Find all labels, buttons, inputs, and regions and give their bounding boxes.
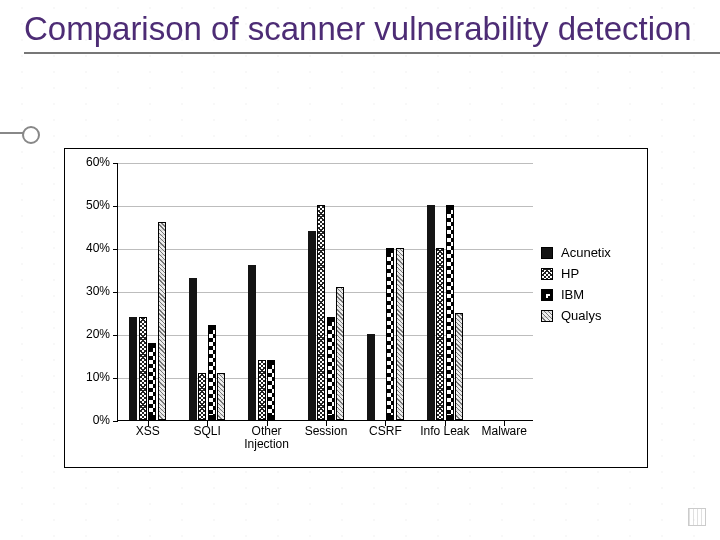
y-axis-label: 60%: [70, 155, 110, 169]
bar-acunetix: [248, 265, 256, 420]
y-tick: [113, 421, 118, 422]
y-tick: [113, 292, 118, 293]
x-axis-label: Info Leak: [420, 425, 469, 438]
bar-qualys: [158, 222, 166, 420]
x-axis-label: Other Injection: [244, 425, 289, 451]
page-title: Comparison of scanner vulnerability dete…: [24, 10, 720, 48]
y-tick: [113, 206, 118, 207]
bar-qualys: [455, 313, 463, 421]
bar-acunetix: [308, 231, 316, 420]
square-icon: [541, 268, 553, 280]
legend-label: IBM: [561, 287, 584, 302]
bar-ibm: [267, 360, 275, 420]
ornament-icon: [0, 123, 30, 143]
bar-acunetix: [189, 278, 197, 420]
footer-ornament-icon: [688, 508, 706, 526]
gridline: [118, 206, 533, 207]
y-axis-label: 50%: [70, 198, 110, 212]
gridline: [118, 249, 533, 250]
x-axis-label: SQLI: [193, 425, 220, 438]
bar-hp: [198, 373, 206, 420]
bar-ibm: [386, 248, 394, 420]
y-tick: [113, 335, 118, 336]
bar-hp: [258, 360, 266, 420]
legend-item-qualys: Qualys: [541, 308, 641, 323]
legend-label: HP: [561, 266, 579, 281]
bar-hp: [139, 317, 147, 420]
square-icon: [541, 310, 553, 322]
y-axis-label: 0%: [70, 413, 110, 427]
x-axis-label: CSRF: [369, 425, 402, 438]
bar-ibm: [148, 343, 156, 420]
gridline: [118, 378, 533, 379]
y-tick: [113, 378, 118, 379]
bar-hp: [436, 248, 444, 420]
legend-label: Acunetix: [561, 245, 611, 260]
chart-container: 0%10%20%30%40%50%60%XSSSQLIOther Injecti…: [64, 148, 648, 468]
square-icon: [541, 289, 553, 301]
bar-ibm: [446, 205, 454, 420]
legend: Acunetix HP IBM Qualys: [541, 239, 641, 329]
bar-qualys: [396, 248, 404, 420]
y-tick: [113, 163, 118, 164]
legend-item-acunetix: Acunetix: [541, 245, 641, 260]
bar-hp: [317, 205, 325, 420]
square-icon: [541, 247, 553, 259]
x-axis-label: XSS: [136, 425, 160, 438]
x-axis-label: Malware: [482, 425, 527, 438]
plot-area: 0%10%20%30%40%50%60%XSSSQLIOther Injecti…: [117, 163, 533, 421]
y-axis-label: 30%: [70, 284, 110, 298]
x-axis-label: Session: [305, 425, 348, 438]
bar-ibm: [327, 317, 335, 420]
title-band: Comparison of scanner vulnerability dete…: [24, 10, 720, 54]
legend-item-ibm: IBM: [541, 287, 641, 302]
bar-qualys: [217, 373, 225, 420]
y-axis-label: 40%: [70, 241, 110, 255]
bar-acunetix: [367, 334, 375, 420]
bar-ibm: [208, 325, 216, 420]
y-axis-label: 10%: [70, 370, 110, 384]
legend-item-hp: HP: [541, 266, 641, 281]
bar-acunetix: [129, 317, 137, 420]
gridline: [118, 292, 533, 293]
slide-root: Comparison of scanner vulnerability dete…: [0, 0, 720, 540]
y-axis-label: 20%: [70, 327, 110, 341]
y-tick: [113, 249, 118, 250]
legend-label: Qualys: [561, 308, 601, 323]
bar-acunetix: [427, 205, 435, 420]
gridline: [118, 335, 533, 336]
gridline: [118, 163, 533, 164]
bar-qualys: [336, 287, 344, 420]
